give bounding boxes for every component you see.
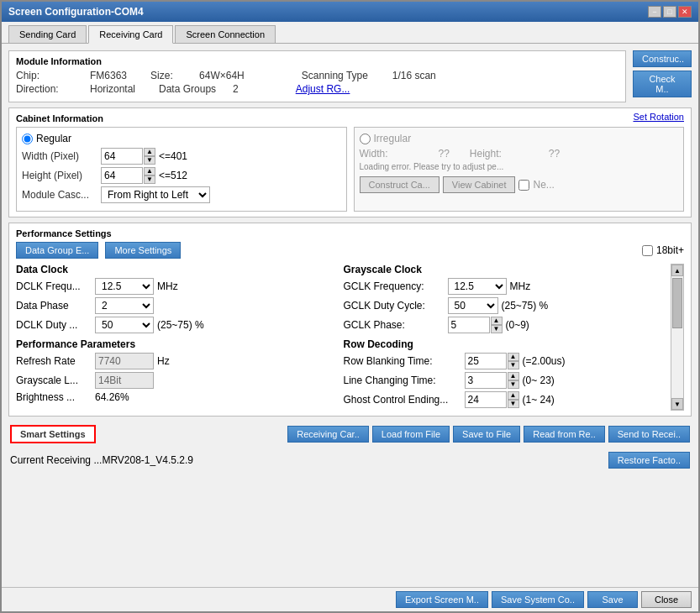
perf-params-title: Performance Parameters (16, 338, 337, 350)
gclk-freq-select[interactable]: 12.5 (448, 278, 507, 295)
height-constraint: <=512 (159, 170, 187, 181)
grayscale-clock-title: Grayscale Clock (344, 264, 665, 275)
row-decoding-title: Row Decoding (344, 338, 665, 350)
data-phase-select[interactable]: 2 (95, 297, 154, 314)
gclk-phase-down[interactable]: ▼ (491, 325, 503, 333)
cabinet-info-title: Cabinet Information (16, 113, 684, 123)
main-window: Screen Configuration-COM4 − □ ✕ Sending … (0, 0, 700, 613)
window-title: Screen Configuration-COM4 (8, 6, 144, 18)
line-changing-input[interactable] (465, 372, 507, 389)
size-label: Size: (150, 70, 192, 81)
read-from-re-button[interactable]: Read from Re.. (524, 426, 605, 443)
right-perf-column: Grayscale Clock GCLK Frequency: 12.5 MHz… (344, 264, 665, 411)
performance-title: Performance Settings (16, 228, 684, 238)
irregular-radio[interactable] (360, 134, 371, 144)
scroll-thumb[interactable] (672, 278, 682, 328)
gclk-phase-range: (0~9) (506, 319, 529, 331)
scanning-label: Scanning Type (302, 70, 386, 81)
size-value: 64W×64H (199, 70, 245, 81)
width-up-button[interactable]: ▲ (144, 148, 155, 156)
width-constraint: <=401 (159, 150, 187, 162)
scroll-down-button[interactable]: ▼ (671, 398, 683, 410)
bottom-actions: Smart Settings Receiving Car.. Load from… (8, 422, 692, 447)
maximize-button[interactable]: □ (663, 6, 676, 18)
chip-value: FM6363 (90, 70, 127, 81)
data-clock-title: Data Clock (16, 264, 337, 275)
ghost-control-range: (1~ 24) (523, 394, 555, 406)
send-to-recei-button[interactable]: Send to Recei.. (608, 426, 690, 443)
close-button[interactable]: Close (641, 591, 692, 608)
regular-label: Regular (36, 133, 71, 144)
ne-checkbox[interactable] (518, 180, 529, 191)
gclk-phase-input[interactable] (448, 317, 490, 333)
18bit-checkbox[interactable] (642, 245, 653, 256)
current-receiving-row: Current Receiving ... MRV208-1_V4.5.2.9 … (8, 452, 692, 469)
regular-radio[interactable] (22, 134, 33, 144)
row-blanking-label: Row Blanking Time: (344, 355, 461, 367)
gclk-duty-label: GCLK Duty Cycle: (344, 300, 445, 312)
module-casc-select[interactable]: From Right to Left From Left to Right (101, 186, 210, 203)
tab-screen-connection[interactable]: Screen Connection (175, 25, 276, 43)
data-group-button[interactable]: Data Group E... (16, 242, 98, 259)
gclk-phase-up[interactable]: ▲ (491, 317, 503, 325)
check-m-button[interactable]: Check M.. (633, 71, 692, 97)
dclk-duty-label: DCLK Duty ... (16, 319, 92, 331)
row-blanking-up[interactable]: ▲ (508, 353, 519, 361)
line-changing-down[interactable]: ▼ (508, 380, 519, 389)
width-pixel-label: Width (Pixel) (22, 150, 97, 162)
set-rotation-link[interactable]: Set Rotation (633, 112, 684, 122)
save-to-file-button[interactable]: Save to File (453, 426, 520, 443)
close-window-button[interactable]: ✕ (678, 6, 692, 18)
height-pixel-label: Height (Pixel) (22, 170, 97, 181)
dclk-freq-label: DCLK Frequ... (16, 280, 92, 292)
data-groups-label: Data Groups (159, 83, 226, 95)
adjust-rg-link[interactable]: Adjust RG... (296, 83, 350, 95)
receiving-car-button[interactable]: Receiving Car.. (287, 426, 369, 443)
left-perf-column: Data Clock DCLK Frequ... 12.5 MHz Data P… (16, 264, 337, 411)
construct-ca-button[interactable]: Construct Ca... (360, 176, 439, 193)
ghost-control-input[interactable] (465, 391, 507, 408)
height-up-button[interactable]: ▲ (144, 167, 155, 176)
export-screen-button[interactable]: Export Screen M.. (396, 591, 488, 608)
tab-sending-card[interactable]: Sending Card (8, 25, 87, 43)
refresh-rate-unit: Hz (157, 355, 170, 367)
height-down-button[interactable]: ▼ (144, 176, 155, 184)
scrollbar[interactable]: ▲ ▼ (671, 264, 684, 411)
grayscale-l-label: Grayscale L... (16, 375, 92, 386)
save-system-button[interactable]: Save System Co.. (492, 591, 584, 608)
construct-button[interactable]: Construc.. (633, 50, 692, 67)
irr-width-label: Width: (360, 148, 435, 160)
minimize-button[interactable]: − (648, 6, 661, 18)
ne-label: Ne... (533, 179, 554, 191)
module-info-section: Module Information Chip: FM6363 Size: 64… (8, 50, 626, 102)
title-bar-buttons: − □ ✕ (648, 6, 692, 18)
save-button[interactable]: Save (587, 591, 638, 608)
more-settings-button[interactable]: More Settings (105, 242, 181, 259)
dclk-duty-select[interactable]: 50 (95, 317, 154, 333)
width-pixel-input[interactable] (101, 148, 143, 165)
scroll-up-button[interactable]: ▲ (671, 265, 683, 276)
dclk-freq-unit: MHz (157, 280, 178, 292)
refresh-rate-input (95, 353, 154, 369)
current-receiving-value: MRV208-1_V4.5.2.9 (102, 454, 193, 466)
direction-label: Direction: (16, 83, 83, 95)
tab-bar: Sending Card Receiving Card Screen Conne… (2, 22, 698, 44)
row-blanking-down[interactable]: ▼ (508, 361, 519, 369)
view-cabinet-button[interactable]: View Cabinet (443, 176, 516, 193)
row-blanking-range: (=2.00us) (523, 355, 566, 367)
tab-receiving-card[interactable]: Receiving Card (88, 25, 173, 44)
row-blanking-input[interactable] (465, 353, 507, 369)
cabinet-info-section: Cabinet Information Set Rotation Regular… (8, 107, 692, 217)
restore-facto-button[interactable]: Restore Facto.. (608, 452, 690, 469)
dclk-freq-select[interactable]: 12.5 (95, 278, 154, 295)
data-groups-value: 2 (233, 83, 239, 95)
load-from-file-button[interactable]: Load from File (372, 426, 450, 443)
smart-settings-button[interactable]: Smart Settings (10, 425, 96, 443)
line-changing-up[interactable]: ▲ (508, 372, 519, 380)
ghost-control-down[interactable]: ▼ (508, 400, 519, 408)
ghost-control-up[interactable]: ▲ (508, 391, 519, 400)
gclk-duty-range: (25~75) % (502, 300, 549, 312)
width-down-button[interactable]: ▼ (144, 156, 155, 165)
height-pixel-input[interactable] (101, 167, 143, 184)
gclk-duty-select[interactable]: 50 (448, 297, 498, 314)
